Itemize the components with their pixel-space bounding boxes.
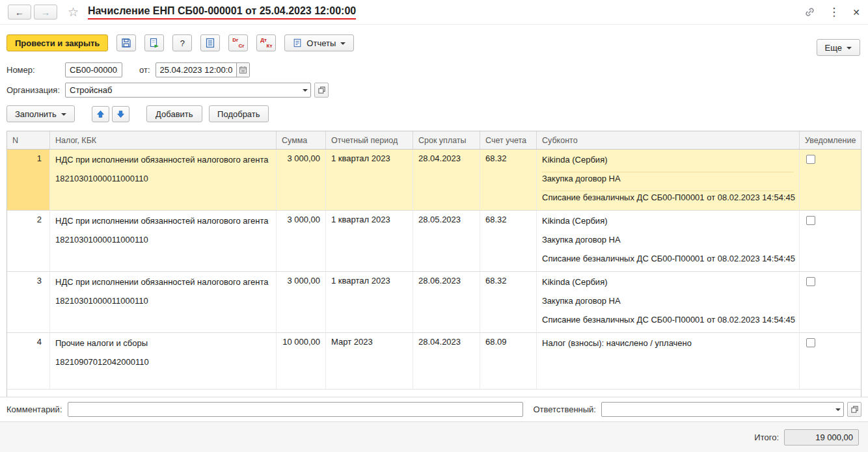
reports-button[interactable]: Отчеты bbox=[284, 34, 354, 51]
subconto-line: Закупка договор НА bbox=[542, 295, 794, 313]
organization-label: Организация: bbox=[7, 85, 65, 95]
dt-kt-postings-button[interactable]: Дт Кт bbox=[256, 34, 276, 51]
column-header-due-date[interactable]: Срок уплаты bbox=[413, 131, 480, 149]
chevron-down-icon bbox=[340, 42, 346, 47]
kbk-code: 18210907012042000110 bbox=[55, 356, 271, 375]
toolbar: Провести и закрыть ? bbox=[0, 25, 868, 60]
account-cell[interactable]: 68.32 bbox=[480, 211, 537, 271]
due-date-cell[interactable]: 28.06.2023 bbox=[413, 272, 480, 332]
tax-kbk-cell[interactable]: НДС при исполнении обязанностей налогово… bbox=[50, 150, 277, 210]
due-date-cell[interactable]: 28.04.2023 bbox=[413, 333, 480, 389]
table-row[interactable]: 2 НДС при исполнении обязанностей налого… bbox=[7, 211, 861, 272]
subconto-cell[interactable]: Kikinda (Сербия) Закупка договор НА Спис… bbox=[537, 150, 800, 210]
subconto-line: Списание безналичных ДС СБ00-П00001 от 0… bbox=[542, 313, 794, 332]
number-input[interactable]: СБ00-000001 bbox=[65, 62, 122, 77]
column-header-n[interactable]: N bbox=[7, 131, 50, 149]
dr-cr-postings-button[interactable]: Dr Cr bbox=[228, 34, 248, 51]
subconto-line: Закупка договор НА bbox=[542, 233, 794, 252]
link-icon[interactable] bbox=[804, 7, 815, 18]
due-date-cell[interactable]: 28.05.2023 bbox=[413, 211, 480, 271]
table-row[interactable]: 1 НДС при исполнении обязанностей налого… bbox=[7, 150, 861, 211]
back-arrow-icon: ← bbox=[15, 7, 24, 18]
pick-button[interactable]: Подобрать bbox=[209, 105, 269, 122]
period-cell[interactable]: Март 2023 bbox=[326, 333, 413, 389]
organization-row: Организация: Стройснаб bbox=[0, 80, 868, 100]
move-up-button[interactable] bbox=[92, 106, 109, 122]
tax-kbk-cell[interactable]: Прочие налоги и сборы 182109070120420001… bbox=[50, 333, 277, 389]
post-button[interactable] bbox=[144, 34, 164, 51]
dropdown-icon[interactable] bbox=[300, 83, 310, 97]
subconto-cell[interactable]: Kikinda (Сербия) Закупка договор НА Спис… bbox=[537, 272, 800, 332]
account-cell[interactable]: 68.32 bbox=[480, 150, 537, 210]
subconto-line: Списание безналичных ДС СБ00-П00001 от 0… bbox=[542, 252, 794, 271]
open-link-icon bbox=[850, 405, 859, 414]
column-header-subconto[interactable]: Субконто bbox=[537, 131, 800, 149]
back-button[interactable]: ← bbox=[8, 5, 31, 20]
period-cell[interactable]: 1 квартал 2023 bbox=[326, 272, 413, 332]
row-number-cell[interactable]: 4 bbox=[7, 333, 50, 389]
comment-input[interactable] bbox=[68, 402, 523, 417]
more-button[interactable]: Еще bbox=[817, 39, 860, 56]
notification-checkbox[interactable] bbox=[806, 155, 815, 164]
close-icon[interactable]: ✕ bbox=[852, 7, 860, 18]
add-button-label: Добавить bbox=[156, 109, 193, 119]
column-header-sum[interactable]: Сумма bbox=[277, 131, 326, 149]
dt-kt-icon: Дт Кт bbox=[260, 38, 272, 49]
notification-cell bbox=[800, 211, 861, 271]
open-organization-button[interactable] bbox=[314, 83, 329, 98]
add-row-button[interactable]: Добавить bbox=[146, 105, 202, 122]
account-cell[interactable]: 68.32 bbox=[480, 272, 537, 332]
period-cell[interactable]: 1 квартал 2023 bbox=[326, 150, 413, 210]
subconto-line: Kikinda (Сербия) bbox=[542, 215, 794, 233]
post-and-close-button[interactable]: Провести и закрыть bbox=[7, 34, 108, 51]
period-cell[interactable]: 1 квартал 2023 bbox=[326, 211, 413, 271]
row-number-cell[interactable]: 1 bbox=[7, 150, 50, 210]
subconto-line: Списание безналичных ДС СБ00-П00001 от 0… bbox=[542, 191, 794, 210]
table-row[interactable]: 4 Прочие налоги и сборы 1821090701204200… bbox=[7, 333, 861, 390]
column-header-period[interactable]: Отчетный период bbox=[326, 131, 413, 149]
column-header-tax-kbk[interactable]: Налог, КБК bbox=[50, 131, 277, 149]
help-button[interactable]: ? bbox=[172, 34, 192, 51]
notification-checkbox[interactable] bbox=[806, 277, 815, 286]
table-row[interactable]: 3 НДС при исполнении обязанностей налого… bbox=[7, 272, 861, 333]
responsible-combo[interactable] bbox=[601, 402, 844, 417]
subconto-cell[interactable]: Налог (взносы): начислено / уплачено bbox=[537, 333, 800, 389]
dropdown-icon[interactable] bbox=[833, 403, 843, 416]
calendar-icon[interactable] bbox=[236, 63, 249, 77]
tax-kbk-cell[interactable]: НДС при исполнении обязанностей налогово… bbox=[50, 211, 277, 271]
sum-cell[interactable]: 10 000,00 bbox=[277, 333, 326, 389]
open-responsible-button[interactable] bbox=[847, 402, 861, 417]
register-records-button[interactable] bbox=[200, 34, 220, 51]
arrow-down-icon bbox=[116, 110, 125, 118]
sum-cell[interactable]: 3 000,00 bbox=[277, 150, 326, 210]
due-date-cell[interactable]: 28.04.2023 bbox=[413, 150, 480, 210]
tax-kbk-cell[interactable]: НДС при исполнении обязанностей налогово… bbox=[50, 272, 277, 332]
notification-checkbox[interactable] bbox=[806, 338, 815, 347]
date-input[interactable]: 25.04.2023 12:00:00 bbox=[156, 62, 250, 77]
favorite-star-icon[interactable]: ☆ bbox=[68, 6, 79, 18]
table-header: N Налог, КБК Сумма Отчетный период Срок … bbox=[7, 131, 861, 150]
move-down-button[interactable] bbox=[112, 106, 129, 122]
column-header-notification[interactable]: Уведомление bbox=[800, 131, 861, 149]
subconto-cell[interactable]: Kikinda (Сербия) Закупка договор НА Спис… bbox=[537, 211, 800, 271]
fill-button[interactable]: Заполнить bbox=[7, 105, 75, 122]
account-cell[interactable]: 68.09 bbox=[480, 333, 537, 389]
number-date-row: Номер: СБ00-000001 от: 25.04.2023 12:00:… bbox=[0, 60, 868, 80]
window-menu-icon[interactable]: ⋮ bbox=[828, 5, 839, 19]
save-button[interactable] bbox=[116, 34, 136, 51]
number-value: СБ00-000001 bbox=[70, 65, 118, 75]
total-field: 19 000,00 bbox=[784, 429, 859, 445]
titlebar-actions: ⋮ ✕ bbox=[804, 5, 860, 19]
tax-name: НДС при исполнении обязанностей налогово… bbox=[55, 276, 271, 295]
column-header-account[interactable]: Счет учета bbox=[480, 131, 537, 149]
journal-icon bbox=[205, 38, 215, 48]
post-document-icon bbox=[149, 38, 160, 49]
forward-button[interactable]: → bbox=[34, 5, 57, 20]
row-number-cell[interactable]: 2 bbox=[7, 211, 50, 271]
sum-cell[interactable]: 3 000,00 bbox=[277, 272, 326, 332]
notification-checkbox[interactable] bbox=[806, 216, 815, 225]
row-number-cell[interactable]: 3 bbox=[7, 272, 50, 332]
organization-combo[interactable]: Стройснаб bbox=[65, 83, 311, 98]
subconto-line: Закупка договор НА bbox=[542, 172, 794, 191]
sum-cell[interactable]: 3 000,00 bbox=[277, 211, 326, 271]
